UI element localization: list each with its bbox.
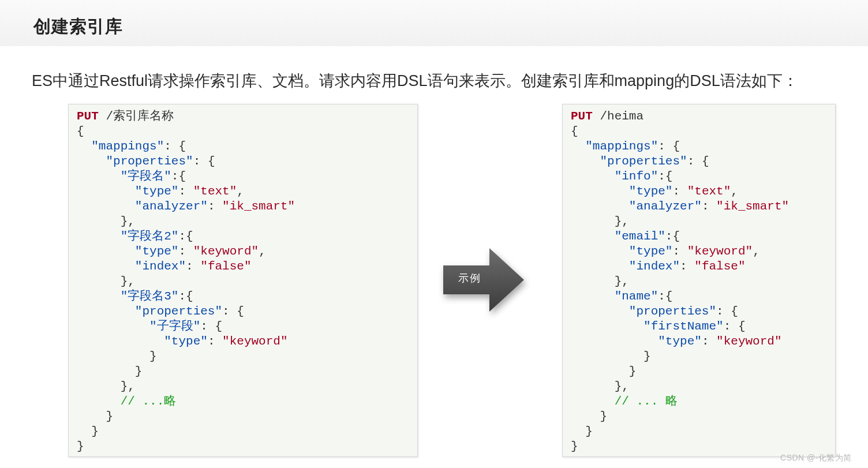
code-block-example: PUT /heima { "mappings": { "properties":… [562, 104, 836, 457]
code-block-template: PUT /索引库名称 { "mappings": { "properties":… [68, 104, 418, 457]
request-path: /索引库名称 [106, 110, 174, 123]
arrow-label: 示例 [450, 271, 489, 285]
slide-header-band [0, 0, 868, 46]
watermark: CSDN @-化繁为简 [780, 453, 852, 463]
http-method: PUT [571, 110, 593, 123]
page-title: 创建索引库 [33, 15, 123, 39]
code-comment: // ...略 [121, 395, 177, 408]
code-pre-left: PUT /索引库名称 { "mappings": { "properties":… [77, 109, 411, 454]
request-path: /heima [600, 110, 643, 123]
code-comment: // ... 略 [615, 395, 678, 408]
description-text: ES中通过Restful请求操作索引库、文档。请求内容用DSL语句来表示。创建索… [32, 70, 798, 91]
example-arrow: 示例 [443, 242, 524, 323]
http-method: PUT [77, 110, 99, 123]
code-pre-right: PUT /heima { "mappings": { "properties":… [571, 109, 829, 454]
